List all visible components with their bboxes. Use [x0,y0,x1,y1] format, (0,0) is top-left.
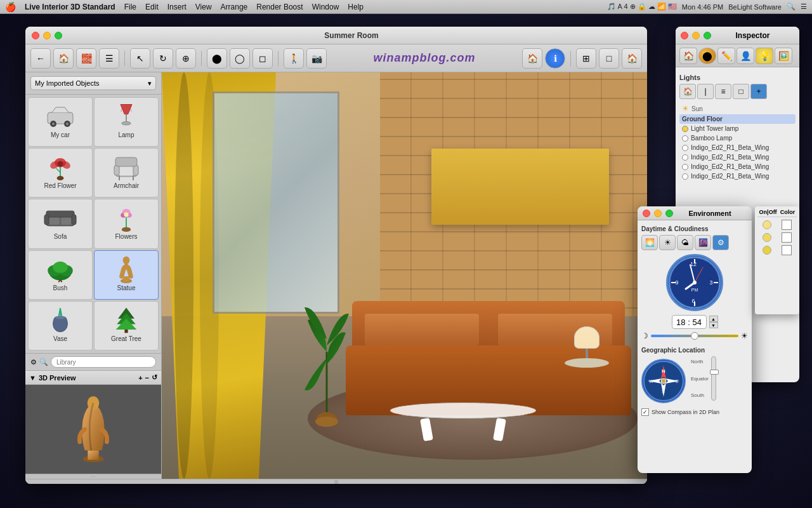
compass[interactable]: N S E W [641,359,686,403]
draw-tool[interactable]: ⬤ [207,48,227,69]
day-btn-sunrise[interactable]: 🌅 [641,235,658,250]
day-btn-evening[interactable]: 🌆 [695,235,711,250]
zoom-out-icon[interactable]: − [145,374,149,382]
menu-edit[interactable]: Edit [145,3,159,11]
menu-render[interactable]: Render Boost [256,3,303,11]
move-tool[interactable]: ⊕ [176,48,196,69]
maximize-button[interactable] [55,32,62,39]
time-input[interactable] [672,315,707,329]
inspector-min-btn[interactable] [692,32,700,39]
day-btn-morning[interactable]: ☀ [659,235,676,250]
light-item-4[interactable]: Indigo_Ed2_R1_Beta_Wing [679,162,796,171]
menubar-menu-icon[interactable]: ☰ [801,3,807,11]
zoom-in-icon[interactable]: + [138,374,142,382]
rect-tool[interactable]: ◻ [252,48,273,69]
light-item-1[interactable]: Bamboo Lamp [679,133,796,143]
item-vase[interactable]: Vase [28,301,93,351]
light-item-0[interactable]: Light Tower lamp [679,124,796,133]
materials-button[interactable]: 🧱 [76,48,96,69]
inspector-max-btn[interactable] [704,32,711,39]
inspector-btn-house[interactable]: 🏠 [679,48,697,64]
search-icon[interactable]: 🔍 [39,358,48,366]
apple-logo[interactable]: 🍎 [5,2,16,12]
inspector-btn-user[interactable]: 👤 [737,48,754,64]
minimize-button[interactable] [43,32,51,39]
item-flowers[interactable]: Flowers [94,199,159,248]
color-swatch-2[interactable] [782,232,792,243]
menubar-search-icon[interactable]: 🔍 [787,3,796,11]
close-button[interactable] [32,32,39,39]
item-sofa[interactable]: Sofa [28,199,93,248]
light-tool-2[interactable]: | [697,84,714,99]
day-btn-custom[interactable]: ⚙ [712,235,729,250]
inspector-btn-frame[interactable]: 🖼️ [775,48,792,64]
menu-window[interactable]: Window [312,3,339,11]
item-lamp[interactable]: Lamp [94,97,159,147]
env-max-btn[interactable] [665,210,673,217]
env-min-btn[interactable] [654,210,662,217]
light-indicator-3[interactable] [763,246,771,255]
light-indicator-2[interactable] [763,233,771,242]
back-button[interactable]: ← [30,48,51,69]
svg-point-15 [58,161,63,167]
light-tool-3[interactable]: ≡ [715,84,731,99]
select-tool[interactable]: ↖ [130,48,150,69]
svg-line-9 [130,107,131,112]
item-statue[interactable]: Statue [94,250,159,300]
menu-file[interactable]: File [124,3,136,11]
menu-app-name[interactable]: Live Interior 3D Standard [25,3,115,11]
item-great-tree[interactable]: Great Tree [94,301,159,351]
env-close-btn[interactable] [643,210,650,217]
main-canvas[interactable] [162,72,647,479]
light-tool-1[interactable]: 🏠 [679,84,696,99]
time-decrement-btn[interactable]: ▼ [709,322,718,328]
inspector-btn-ball[interactable]: ⬤ [698,48,716,64]
menu-help[interactable]: Help [348,3,363,11]
light-tool-5[interactable]: + [750,84,767,99]
light-tool-4[interactable]: □ [733,84,749,99]
elevation-btn[interactable]: □ [599,48,619,69]
rotate-tool[interactable]: ↻ [153,48,173,69]
show-compass-checkbox[interactable]: ✓ [641,408,649,416]
light-item-2[interactable]: Indigo_Ed2_R1_Beta_Wing [679,143,796,152]
home-btn[interactable]: 🏠 [622,48,642,69]
latitude-thumb[interactable] [710,370,719,375]
item-bush[interactable]: Bush [28,250,93,300]
menu-arrange[interactable]: Arrange [221,3,248,11]
item-red-flower[interactable]: Red Flower [28,148,93,197]
preview-header[interactable]: ▼ 3D Preview + − ↺ [25,371,161,385]
bottom-resize-handle[interactable]: ||| [25,479,647,484]
time-increment-btn[interactable]: ▲ [709,316,718,322]
info-btn[interactable]: ℹ [545,48,565,69]
floor-plan-btn[interactable]: ⊞ [576,48,596,69]
library-search-input[interactable] [51,356,156,368]
figure-tool[interactable]: 🚶 [284,48,304,69]
toolbar-sep-2 [201,51,202,66]
light-item-3[interactable]: Indigo_Ed2_R1_Beta_Wing [679,152,796,162]
objects-button[interactable]: 🏠 [53,48,74,69]
reset-icon[interactable]: ↺ [152,373,157,382]
item-my-car[interactable]: My car [28,97,93,147]
resize-handle[interactable]: ⋯ [25,474,161,479]
3d-view-btn[interactable]: 🏠 [522,48,542,69]
item-armchair[interactable]: Armchair [94,148,159,197]
arc-tool[interactable]: ◯ [230,48,250,69]
inspector-btn-edit[interactable]: ✏️ [717,48,735,64]
color-swatch-3[interactable] [782,245,792,255]
brightness-thumb[interactable] [691,332,698,340]
menu-view[interactable]: View [195,3,212,11]
brightness-slider[interactable] [651,335,738,337]
sun-item[interactable]: ☀ Sun [679,103,796,114]
day-btn-noon[interactable]: 🌤 [677,235,693,250]
objects-dropdown[interactable]: My Imported Objects ▾ [30,76,156,90]
list-button[interactable]: ☰ [99,48,119,69]
latitude-slider[interactable] [711,356,716,401]
light-indicator-1[interactable] [763,220,771,229]
gear-icon[interactable]: ⚙ [30,358,37,366]
light-item-5[interactable]: Indigo_Ed2_R1_Beta_Wing [679,171,796,181]
inspector-close-btn[interactable] [681,32,688,39]
inspector-btn-light[interactable]: 💡 [756,48,773,64]
color-swatch-1[interactable] [782,220,792,230]
camera-tool[interactable]: 📷 [306,48,327,69]
menu-insert[interactable]: Insert [167,3,187,11]
